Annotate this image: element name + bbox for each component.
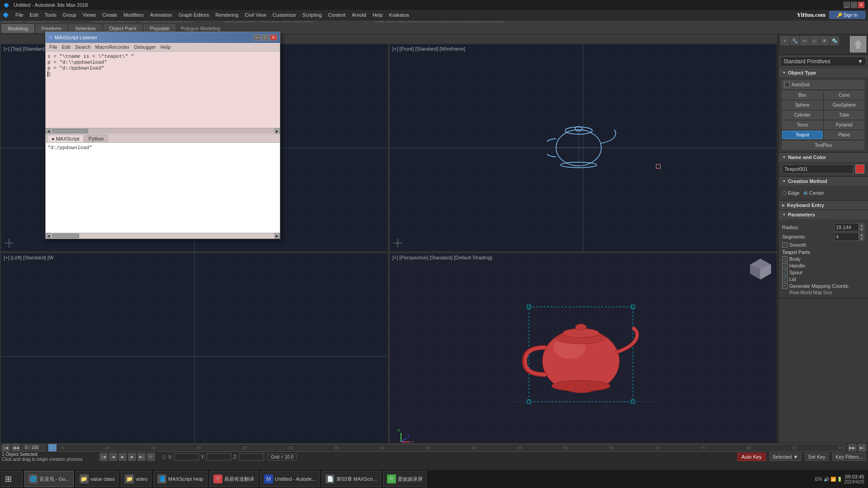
- menu-views[interactable]: Views: [80, 11, 99, 19]
- hierarchy-icon[interactable]: ⊢: [800, 36, 809, 45]
- selected-dropdown[interactable]: Selected ▼: [769, 453, 802, 461]
- viewport-bottom-right[interactable]: [+] [Perspective] [Standard] [Default Sh…: [389, 252, 778, 461]
- taskbar-explorer2[interactable]: 📁 video: [121, 471, 151, 487]
- menu-create[interactable]: Create: [99, 11, 120, 19]
- object-type-header[interactable]: ▼ Object Type: [778, 68, 868, 77]
- menu-graph-editors[interactable]: Graph Editors: [176, 11, 212, 19]
- name-color-header[interactable]: ▼ Name and Color: [778, 153, 868, 162]
- obj-type-geosphere[interactable]: GeoSphere: [824, 101, 865, 109]
- ms-menu-file[interactable]: File: [47, 44, 59, 50]
- sign-in-button[interactable]: 🔑 Sign In: [829, 11, 865, 19]
- maxscript-maximize[interactable]: □: [262, 34, 269, 41]
- key-filters-button[interactable]: Key Filters...: [832, 453, 866, 461]
- tab-freeform[interactable]: Freeform: [36, 24, 68, 33]
- ms-scroll-left2[interactable]: ◀: [46, 233, 51, 239]
- anim-play-btn[interactable]: ▶: [118, 453, 127, 461]
- ms-scroll-left[interactable]: ◀: [46, 128, 51, 134]
- ms-scroll-thumb[interactable]: [52, 129, 88, 133]
- taskbar-maxscript-help[interactable]: 📘 MAXScript Help: [153, 471, 208, 487]
- close-button[interactable]: ✕: [858, 2, 864, 8]
- radius-input[interactable]: [834, 223, 859, 231]
- time-slider[interactable]: [48, 444, 844, 452]
- keyboard-entry-header[interactable]: ▶ Keyboard Entry: [778, 201, 868, 210]
- gen-mapping-checkbox[interactable]: [782, 283, 788, 289]
- ms-scroll-right[interactable]: ▶: [274, 128, 280, 134]
- ms-menu-debugger[interactable]: Debugger: [132, 44, 157, 50]
- menu-help[interactable]: Help: [370, 11, 386, 19]
- taskbar-chapter[interactable]: 📄 第03章 MAXScri...: [321, 471, 381, 487]
- menu-rendering[interactable]: Rendering: [213, 11, 241, 19]
- menu-krakatoa[interactable]: Krakatoa: [387, 11, 412, 19]
- obj-type-cone[interactable]: Cone: [824, 91, 865, 99]
- ms-scroll-thumb2[interactable]: [52, 234, 79, 238]
- x-coord-input[interactable]: [174, 453, 199, 460]
- nav-cube[interactable]: [748, 257, 773, 282]
- anim-next-btn[interactable]: ▶: [128, 453, 136, 461]
- ms-menu-macrorecorder[interactable]: MacroRecorder: [94, 44, 132, 50]
- menu-customize[interactable]: Customize: [270, 11, 299, 19]
- ms-output-hscroll[interactable]: ◀ ▶: [46, 128, 280, 134]
- menu-file[interactable]: File: [13, 11, 26, 19]
- name-input[interactable]: [782, 164, 854, 174]
- segments-input[interactable]: [834, 233, 859, 241]
- handle-checkbox[interactable]: [782, 263, 788, 268]
- maximize-button[interactable]: □: [851, 2, 857, 8]
- tab-object-paint[interactable]: Object Paint: [104, 24, 142, 33]
- obj-type-cylinder[interactable]: Cylinder: [782, 111, 823, 119]
- prev-key-btn[interactable]: ◀◀: [12, 444, 20, 452]
- menu-content[interactable]: Content: [326, 11, 349, 19]
- ms-scroll-right2[interactable]: ▶: [274, 233, 280, 239]
- radius-up[interactable]: ▲: [859, 223, 864, 227]
- viewport-bottom-left[interactable]: [+] [Left] [Standard] [W: [0, 252, 389, 461]
- obj-type-teapot[interactable]: Teapot: [782, 131, 823, 139]
- y-coord-input[interactable]: [207, 453, 231, 460]
- utilities-icon[interactable]: 🔩: [830, 36, 839, 45]
- menu-arnold[interactable]: Arnold: [349, 11, 369, 19]
- viewport-top-right[interactable]: [+] [Front] [Standard] [Wireframe]: [389, 43, 778, 252]
- obj-type-torus[interactable]: Torus: [782, 121, 823, 129]
- spout-checkbox[interactable]: [782, 270, 788, 275]
- creation-method-header[interactable]: ▼ Creation Method: [778, 177, 868, 186]
- taskbar-browser[interactable]: 🌐 百灵鸟 - Go...: [24, 471, 74, 487]
- ms-tab-python[interactable]: Python: [85, 135, 108, 142]
- auto-key-button[interactable]: Auto Key: [737, 453, 766, 461]
- menu-animation[interactable]: Animation: [147, 11, 175, 19]
- taskbar-3dsmax[interactable]: M Untitled - Autode...: [260, 471, 320, 487]
- tab-modeling[interactable]: Modeling: [2, 24, 34, 33]
- taskbar-start[interactable]: ⊞: [1, 471, 23, 487]
- menu-civil-view[interactable]: Civil View: [242, 11, 269, 19]
- segments-up[interactable]: ▲: [859, 233, 864, 237]
- segments-down[interactable]: ▼: [859, 237, 864, 241]
- motion-icon[interactable]: ▷: [810, 36, 819, 45]
- ms-input-hscroll[interactable]: ◀ ▶: [46, 233, 280, 239]
- display-icon[interactable]: 👁: [820, 36, 829, 45]
- maxscript-output[interactable]: s = "\tname is = \"teapot\" " p = "d:\\p…: [46, 52, 280, 128]
- z-coord-input[interactable]: [239, 453, 264, 460]
- maxscript-minimize[interactable]: ─: [254, 34, 261, 41]
- maxscript-close[interactable]: ✕: [270, 34, 277, 41]
- anim-start-btn[interactable]: |◀: [99, 453, 108, 461]
- menu-tools[interactable]: Tools: [42, 11, 59, 19]
- autogrid-checkbox[interactable]: [784, 82, 790, 87]
- next-key-btn[interactable]: ▶▶: [848, 444, 856, 452]
- menu-group[interactable]: Group: [60, 11, 79, 19]
- taskbar-translator[interactable]: Y 易易有道翻译: [209, 471, 258, 487]
- radius-down[interactable]: ▼: [859, 227, 864, 231]
- radio-edge[interactable]: Edge: [782, 190, 800, 196]
- next-frame-btn[interactable]: ▶|: [858, 444, 866, 452]
- maxscript-input[interactable]: "d:/ppdownload": [46, 143, 280, 233]
- obj-type-plane[interactable]: Plane: [824, 131, 865, 139]
- minimize-button[interactable]: _: [844, 2, 850, 8]
- tab-selection[interactable]: Selection: [69, 24, 101, 33]
- obj-type-tube[interactable]: Tube: [824, 111, 865, 119]
- taskbar-explorer1[interactable]: 📁 value class: [75, 471, 119, 487]
- ms-menu-help[interactable]: Help: [159, 44, 173, 50]
- standard-primitives-dropdown[interactable]: Standard Primitives ▼: [780, 56, 866, 66]
- ms-tab-maxscript[interactable]: ● MAXScript: [47, 135, 84, 142]
- body-checkbox[interactable]: [782, 256, 788, 262]
- modify-icon[interactable]: 🔧: [790, 36, 799, 45]
- anim-loop-btn[interactable]: ↻: [147, 453, 155, 461]
- radio-center[interactable]: Center: [803, 190, 824, 196]
- parameters-header[interactable]: ▼ Parameters: [778, 210, 868, 219]
- lid-checkbox[interactable]: [782, 277, 788, 282]
